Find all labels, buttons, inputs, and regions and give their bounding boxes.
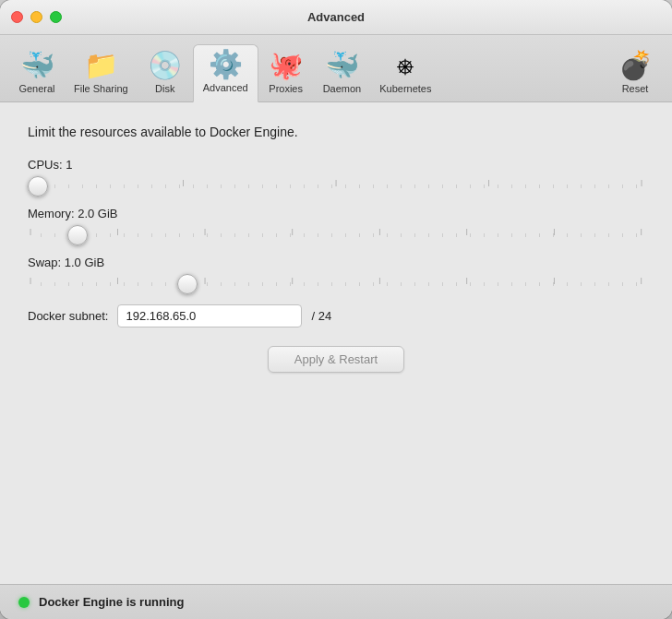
- daemon-label: Daemon: [323, 83, 362, 94]
- cpus-slider-wrapper: | | | | |: [28, 179, 644, 188]
- subnet-input[interactable]: [117, 304, 302, 327]
- close-button[interactable]: [11, 11, 23, 23]
- traffic-lights: [11, 11, 62, 23]
- general-label: General: [18, 83, 54, 94]
- toolbar: 🐳 General 📁 File Sharing 💿 Disk ⚙️ Advan…: [0, 35, 672, 102]
- status-text: Docker Engine is running: [39, 595, 184, 609]
- window-title: Advanced: [307, 10, 365, 24]
- cpus-label: CPUs: 1: [28, 158, 644, 172]
- advanced-icon: ⚙️: [209, 51, 243, 78]
- kubernetes-icon: ⎈: [397, 52, 414, 79]
- swap-label: Swap: 1.0 GiB: [28, 256, 644, 269]
- tab-file-sharing[interactable]: 📁 File Sharing: [65, 46, 138, 101]
- file-sharing-label: File Sharing: [74, 83, 128, 94]
- statusbar: Docker Engine is running: [0, 584, 672, 619]
- tab-daemon[interactable]: 🐳 Daemon: [314, 46, 371, 101]
- content-area: Limit the resources available to Docker …: [0, 102, 672, 584]
- file-sharing-icon: 📁: [84, 52, 118, 79]
- reset-button[interactable]: 💣 Reset: [607, 46, 663, 101]
- memory-section: Memory: 2.0 GiB | | | | | | | |: [28, 207, 644, 237]
- disk-icon: 💿: [148, 52, 182, 79]
- swap-section: Swap: 1.0 GiB | | | | | | | |: [28, 256, 644, 286]
- subnet-row: Docker subnet: / 24: [28, 304, 644, 327]
- memory-label: Memory: 2.0 GiB: [28, 207, 644, 220]
- general-icon: 🐳: [20, 52, 54, 79]
- status-indicator: [18, 597, 30, 608]
- proxies-label: Proxies: [269, 83, 303, 94]
- cpus-section: CPUs: 1 | | | | |: [28, 158, 644, 188]
- subnet-suffix: / 24: [311, 309, 331, 323]
- reset-icon: 💣: [618, 52, 653, 79]
- tab-advanced[interactable]: ⚙️ Advanced: [193, 44, 258, 102]
- titlebar: Advanced: [0, 0, 672, 35]
- button-row: Apply & Restart: [28, 346, 644, 373]
- description-text: Limit the resources available to Docker …: [28, 125, 644, 139]
- proxies-icon: 🐙: [269, 52, 303, 79]
- kubernetes-label: Kubernetes: [379, 83, 431, 94]
- reset-label: Reset: [622, 83, 649, 94]
- tab-disk[interactable]: 💿 Disk: [138, 46, 193, 101]
- advanced-label: Advanced: [203, 82, 248, 93]
- swap-slider[interactable]: [28, 282, 644, 286]
- maximize-button[interactable]: [50, 11, 62, 23]
- disk-label: Disk: [155, 83, 174, 94]
- daemon-icon: 🐳: [325, 52, 359, 79]
- swap-slider-wrapper: | | | | | | | |: [28, 277, 644, 286]
- tab-kubernetes[interactable]: ⎈ Kubernetes: [370, 46, 440, 101]
- tab-proxies[interactable]: 🐙 Proxies: [258, 46, 314, 101]
- tab-general[interactable]: 🐳 General: [9, 46, 65, 101]
- apply-restart-button[interactable]: Apply & Restart: [268, 346, 404, 373]
- cpus-slider[interactable]: [28, 185, 644, 188]
- memory-slider-wrapper: | | | | | | | |: [28, 228, 644, 237]
- subnet-label: Docker subnet:: [28, 309, 108, 323]
- memory-slider[interactable]: [28, 233, 644, 237]
- main-window: Advanced 🐳 General 📁 File Sharing 💿 Disk…: [0, 0, 672, 619]
- minimize-button[interactable]: [30, 11, 42, 23]
